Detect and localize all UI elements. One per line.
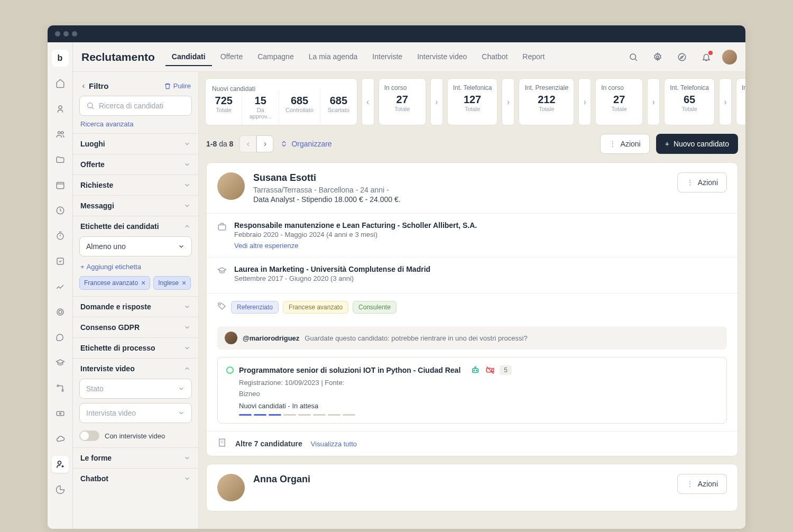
svg-point-16 (678, 53, 686, 61)
candidate-chip[interactable]: Consulente (353, 301, 396, 314)
tab-agenda[interactable]: La mia agenda (302, 48, 364, 66)
organize-button[interactable]: Organizzare (280, 140, 331, 148)
candidate-avatar[interactable] (217, 474, 245, 501)
kpi-next-icon[interactable]: › (719, 78, 732, 125)
candidate-name[interactable]: Anna Organi (253, 474, 669, 485)
etichette-mode-select[interactable]: Almeno uno (79, 236, 192, 256)
kpi-next-icon[interactable]: › (647, 78, 660, 125)
filter-processo[interactable]: Etichette di processo (73, 338, 198, 358)
search-icon[interactable] (625, 49, 642, 66)
nav-users-icon[interactable] (52, 126, 69, 143)
tab-interviste[interactable]: Interviste (366, 48, 409, 66)
nav-timer-icon[interactable] (52, 227, 69, 244)
page-title: Reclutamento (81, 51, 155, 63)
nav-clock-icon[interactable] (52, 202, 69, 219)
candidate-avatar[interactable] (217, 172, 245, 200)
clear-filter-button[interactable]: Pulire (164, 82, 191, 90)
nav-folder-icon[interactable] (52, 151, 69, 168)
advanced-search-link[interactable]: Ricerca avanzata (73, 120, 198, 133)
filter-chatbot[interactable]: Chatbot (73, 469, 198, 489)
add-tag-button[interactable]: +Aggiungi etichetta (79, 261, 192, 276)
kpi-card[interactable]: Int. Presenziale32Totale (736, 78, 745, 125)
search-input[interactable]: Ricerca di candidati (79, 96, 192, 116)
svg-point-13 (58, 461, 61, 464)
compass-icon[interactable] (674, 49, 690, 66)
svg-rect-18 (218, 225, 226, 230)
view-all-link[interactable]: Visualizza tutto (311, 440, 357, 448)
tab-report[interactable]: Report (516, 48, 551, 66)
candidate-comment: @mariorodriguez Guardate questo candidat… (217, 326, 727, 350)
bell-icon[interactable] (698, 49, 715, 66)
app-logo[interactable]: b (52, 50, 69, 67)
remove-tag-icon[interactable]: × (141, 279, 145, 287)
filter-gdpr[interactable]: Consenso GDPR (73, 317, 198, 337)
window-titlebar (48, 25, 745, 42)
application-source: Bizneo (239, 390, 718, 398)
nav-money-icon[interactable] (52, 405, 69, 422)
status-dot-icon (226, 366, 234, 374)
gear-icon[interactable] (649, 49, 666, 66)
filter-domande[interactable]: Domande e risposte (73, 297, 198, 317)
kpi-card[interactable]: In corso27Totale (379, 78, 426, 125)
nav-cloud-icon[interactable] (52, 430, 69, 447)
video-intervista-select[interactable]: Intervista video (79, 403, 192, 423)
page-next-button[interactable]: › (256, 135, 273, 152)
bulk-actions-button[interactable]: ⋮Azioni (600, 134, 650, 154)
nav-education-icon[interactable] (52, 354, 69, 371)
nav-flow-icon[interactable] (52, 380, 69, 397)
video-stato-select[interactable]: Stato (79, 379, 192, 399)
filter-offerte[interactable]: Offerte (73, 154, 198, 175)
candidate-chip[interactable]: Referenziato (231, 301, 279, 314)
video-toggle[interactable] (79, 430, 99, 441)
nav-target-icon[interactable] (52, 304, 69, 320)
kpi-prev-icon[interactable]: ‹ (362, 78, 374, 125)
nav-check-icon[interactable] (52, 253, 69, 270)
kpi-card[interactable]: Int. Telefonica127Totale (447, 78, 498, 125)
candidate-actions-button[interactable]: ⋮Azioni (677, 474, 727, 494)
filter-forme[interactable]: Le forme (73, 448, 198, 468)
tab-offerte[interactable]: Offerte (214, 48, 250, 66)
candidate-name[interactable]: Susana Esotti (253, 172, 669, 184)
nav-pie-icon[interactable] (52, 481, 69, 498)
nav-chart-icon[interactable] (52, 278, 69, 295)
svg-point-1 (58, 132, 60, 134)
nav-home-icon[interactable] (52, 75, 69, 92)
tab-chatbot[interactable]: Chatbot (475, 48, 514, 66)
page-prev-button[interactable]: ‹ (239, 135, 256, 152)
filter-richieste[interactable]: Richieste (73, 175, 198, 195)
filter-etichette[interactable]: Etichette dei candidati (73, 216, 198, 236)
kpi-nuovi[interactable]: Nuovi candidati 725Totale 15Da approv...… (205, 78, 357, 125)
tab-candidati[interactable]: Candidati (165, 48, 212, 66)
candidate-actions-button[interactable]: ⋮Azioni (677, 172, 727, 192)
nav-user-icon[interactable] (52, 100, 69, 117)
more-experiences-link[interactable]: Vedi altre esperienze (234, 242, 727, 250)
user-avatar[interactable] (722, 50, 737, 65)
kpi-card[interactable]: Int. Presenziale212Totale (519, 78, 574, 125)
tab-video[interactable]: Interviste video (411, 48, 473, 66)
kpi-card[interactable]: In corso27Totale (595, 78, 643, 125)
candidate-card: Susana Esotti Tarrassa/Terrassa - Barcel… (206, 162, 738, 456)
video-off-icon (485, 365, 495, 375)
nav-recruit-icon[interactable] (52, 456, 69, 473)
candidate-application[interactable]: Programmatore senior di soluzioni IOT in… (217, 357, 727, 424)
nav-chat-icon[interactable] (52, 329, 69, 346)
kpi-next-icon[interactable]: › (430, 78, 443, 125)
filter-video[interactable]: Interviste video (73, 359, 198, 379)
traffic-light-min[interactable] (63, 31, 69, 36)
remove-tag-icon[interactable]: × (182, 279, 186, 287)
kpi-next-icon[interactable]: › (578, 78, 591, 125)
traffic-light-max[interactable] (72, 31, 77, 36)
comment-avatar[interactable] (225, 332, 237, 344)
candidate-chip[interactable]: Francese avanzato (283, 301, 348, 314)
kpi-card[interactable]: Int. Telefonica65Totale (664, 78, 715, 125)
traffic-light-close[interactable] (55, 31, 60, 36)
new-candidate-button[interactable]: +Nuovo candidato (656, 134, 738, 154)
kpi-next-icon[interactable]: › (502, 78, 514, 125)
svg-point-0 (59, 106, 62, 109)
nav-calendar-icon[interactable] (52, 177, 69, 194)
filter-luoghi[interactable]: Luoghi (73, 134, 198, 154)
comment-user[interactable]: @mariorodriguez (243, 334, 299, 342)
tab-campagne[interactable]: Campagne (251, 48, 300, 66)
svg-rect-3 (57, 182, 64, 189)
filter-messaggi[interactable]: Messaggi (73, 196, 198, 216)
